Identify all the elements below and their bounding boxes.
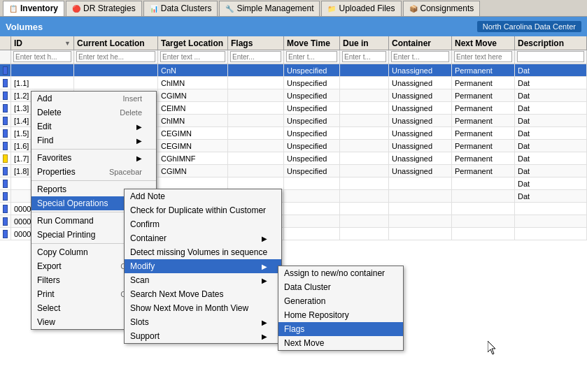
col-id[interactable]: ID ▼ [11,36,74,50]
simple-management-icon: 🔧 [225,5,234,13]
col-next-move[interactable]: Next Move [452,36,515,50]
filter-id-input[interactable] [13,51,71,62]
ctx-slots[interactable]: Slots ▶ [125,315,281,329]
filter-desc[interactable] [515,50,587,64]
filter-id[interactable] [11,50,74,64]
cell-movetime-11 [284,203,340,215]
tab-uploaded-files[interactable]: 📁 Uploaded Files [321,1,401,16]
cell-duein-9 [340,177,389,189]
separator [31,180,156,181]
cell-desc-11 [515,203,587,215]
cell-container-4: Unassigned [389,115,452,126]
ctx-modify[interactable]: Modify ▶ [125,259,281,273]
table-row[interactable]: CnN Unspecified Unassigned Permanent Dat [0,64,587,77]
special-operations-submenu: Add Note Check for Duplicate within Cust… [124,189,282,344]
cell-flags-9 [228,177,284,189]
cell-target-2: CGIMN [158,89,228,101]
ctx-detect-missing[interactable]: Detect missing Volumes in sequence [125,245,281,259]
col-description[interactable]: Description [515,36,587,50]
arrow-icon: ▶ [136,123,142,131]
filter-current-location-input[interactable] [76,51,155,62]
filter-move-time-input[interactable] [286,51,337,62]
ctx-next-move[interactable]: Next Move [278,336,403,350]
ctx-search-next-move[interactable]: Search Next Move Dates [125,287,281,301]
ctx-assign-container[interactable]: Assign to new/no container [278,266,403,280]
cell-movetime-9 [284,177,340,189]
filter-flags[interactable] [228,50,284,64]
cell-nextmove-5: Permanent [452,127,515,139]
tab-consignments[interactable]: 📦 Consignments [403,1,481,16]
ctx-add[interactable]: Add Insert [31,92,156,106]
cell-duein-8 [340,165,389,177]
cell-nextmove-8: Permanent [452,165,515,177]
cell-movetime-0: Unspecified [284,64,340,76]
filter-due-in[interactable] [340,50,389,64]
filter-current-location[interactable] [74,50,158,64]
cell-container-12 [389,215,452,227]
tab-dr-strategies[interactable]: 🔴 DR Strategies [66,1,142,16]
filter-container-input[interactable] [391,51,449,62]
filter-container[interactable] [389,50,452,64]
row-icon-3 [0,102,11,114]
arrow-icon: ▶ [262,263,267,270]
col-current-location[interactable]: Current Location [74,36,158,50]
filter-row [0,50,587,64]
tab-inventory[interactable]: 📋 Inventory [3,1,64,16]
cell-flags-1 [228,77,284,89]
ctx-flags[interactable]: Flags [278,322,403,336]
cell-container-0: Unassigned [389,64,452,76]
filter-due-in-input[interactable] [342,51,386,62]
ctx-properties[interactable]: Properties Spacebar [31,165,156,179]
cell-desc-9: Dat [515,177,587,189]
tab-simple-management[interactable]: 🔧 Simple Management [219,1,320,16]
filter-desc-input[interactable] [517,51,584,62]
cell-nextmove-11 [452,203,515,215]
ctx-show-next-move[interactable]: Show Next Move in Month View [125,301,281,315]
ctx-find[interactable]: Find ▶ [31,133,156,147]
ctx-confirm[interactable]: Confirm [125,217,281,231]
cell-duein-12 [340,215,389,227]
cell-target-6: CEGIMN [158,140,228,152]
cell-target-3: CEIMN [158,102,228,114]
cell-movetime-10 [284,190,340,202]
ctx-scan[interactable]: Scan ▶ [125,273,281,287]
ctx-check-duplicate[interactable]: Check for Duplicate within Customer [125,203,281,217]
ctx-generation[interactable]: Generation [278,294,403,308]
filter-next-move[interactable] [452,50,515,64]
arrow-icon: ▶ [262,235,267,242]
col-flags[interactable]: Flags [228,36,284,50]
arrow-icon: ▶ [136,154,142,162]
ctx-data-cluster[interactable]: Data Cluster [278,280,403,294]
cell-movetime-12 [284,215,340,227]
cell-duein-10 [340,190,389,202]
ctx-add-note[interactable]: Add Note [125,189,281,203]
tab-data-clusters[interactable]: 📊 Data Clusters [143,1,218,16]
ctx-home-repository[interactable]: Home Repository [278,308,403,322]
ctx-edit[interactable]: Edit ▶ [31,119,156,133]
col-due-in[interactable]: Due in [340,36,389,50]
ctx-container[interactable]: Container ▶ [125,231,281,245]
row-icon-10 [0,190,11,202]
filter-next-move-input[interactable] [454,51,512,62]
cell-duein-5 [340,127,389,139]
ctx-delete[interactable]: Delete Delete [31,106,156,119]
filter-target-location[interactable] [158,50,228,64]
filter-flags-input[interactable] [230,51,281,62]
modify-submenu: Assign to new/no container Data Cluster … [278,266,404,351]
filter-move-time[interactable] [284,50,340,64]
col-container[interactable]: Container [389,36,452,50]
row-icon-11 [0,203,11,215]
col-move-time[interactable]: Move Time [284,36,340,50]
cell-desc-0: Dat [515,64,587,76]
ctx-favorites[interactable]: Favorites ▶ [31,151,156,165]
col-target-location[interactable]: Target Location [158,36,228,50]
cell-duein-2 [340,89,389,101]
tab-simple-management-label: Simple Management [236,3,313,13]
row-icon-2 [0,89,11,101]
row-icon-4 [0,115,11,126]
tab-uploaded-files-label: Uploaded Files [339,3,395,13]
ctx-support[interactable]: Support ▶ [125,329,281,343]
row-icon-1 [0,77,11,89]
filter-target-location-input[interactable] [160,51,225,62]
table-row[interactable]: [1.1] ChIMN Unspecified Unassigned Perma… [0,77,587,89]
